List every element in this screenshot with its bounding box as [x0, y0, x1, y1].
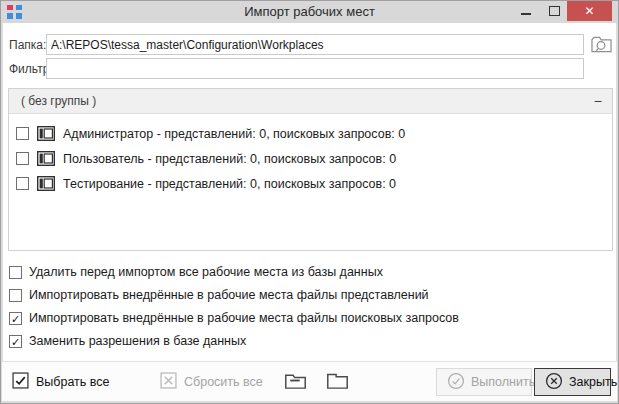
close-window-button[interactable]: ✕ [567, 1, 612, 21]
option-label: Импортировать внедрённые в рабочие места… [29, 288, 429, 302]
minimize-button[interactable] [514, 1, 538, 21]
folder-label: Папка: [9, 38, 46, 52]
option-import-view-files[interactable]: Импортировать внедрённые в рабочие места… [9, 287, 429, 303]
expand-all-groups-button[interactable] [322, 368, 353, 395]
circle-x-icon [545, 372, 563, 393]
workplace-icon [37, 176, 55, 191]
workplace-icon [37, 151, 55, 166]
folder-minus-icon [284, 371, 307, 393]
select-all-button[interactable]: Выбрать все [8, 368, 114, 395]
maximize-button[interactable] [542, 1, 566, 21]
workplace-checkbox[interactable] [16, 177, 29, 190]
workplace-label: Администратор - представлений: 0, поиско… [63, 127, 405, 141]
option-label: Заменить разрешения в базе данных [29, 334, 246, 348]
folder-path-input[interactable] [46, 34, 584, 55]
workplace-icon [37, 126, 55, 141]
select-all-label: Выбрать все [36, 375, 110, 389]
option-checkbox[interactable] [9, 312, 22, 325]
minimize-icon [521, 13, 531, 15]
option-import-search-files[interactable]: Импортировать внедрённые в рабочие места… [9, 310, 459, 326]
list-item[interactable]: Тестирование - представлений: 0, поисков… [9, 171, 612, 196]
group-header-label: ( без группы ) [21, 94, 96, 108]
workplace-group-box: ( без группы ) − Администратор - предста… [8, 88, 613, 251]
workplace-checkbox[interactable] [16, 127, 29, 140]
option-label: Удалить перед импортом все рабочие места… [29, 265, 383, 279]
browse-folder-button[interactable] [589, 35, 614, 58]
close-dialog-button[interactable]: Закрыть [534, 368, 611, 396]
collapse-all-groups-button[interactable] [280, 368, 311, 395]
workplace-checkbox[interactable] [16, 152, 29, 165]
workplace-label: Пользователь - представлений: 0, поисков… [63, 152, 396, 166]
option-label: Импортировать внедрённые в рабочие места… [29, 311, 459, 325]
folder-search-icon [590, 35, 613, 58]
filter-input[interactable] [46, 58, 584, 79]
workplace-list: Администратор - представлений: 0, поиско… [9, 114, 612, 196]
reset-all-button[interactable]: Сбросить все [156, 368, 267, 395]
execute-label: Выполнить [471, 375, 535, 389]
reset-all-label: Сбросить все [184, 375, 263, 389]
list-item[interactable]: Пользователь - представлений: 0, поисков… [9, 146, 612, 171]
bottom-toolbar: Выбрать все Сбросить все [2, 361, 617, 401]
group-header[interactable]: ( без группы ) − [9, 89, 612, 114]
option-checkbox[interactable] [9, 266, 22, 279]
execute-button[interactable]: Выполнить [436, 368, 532, 396]
folder-icon [326, 371, 349, 393]
circle-check-icon [447, 372, 465, 393]
list-item[interactable]: Администратор - представлений: 0, поиско… [9, 121, 612, 146]
import-workplaces-dialog: Импорт рабочих мест ✕ Папка: Фильтр: ( б… [0, 0, 619, 404]
maximize-icon [549, 6, 560, 16]
option-checkbox[interactable] [9, 335, 22, 348]
option-delete-before-import[interactable]: Удалить перед импортом все рабочие места… [9, 264, 383, 280]
close-dialog-label: Закрыть [569, 375, 617, 389]
option-replace-permissions[interactable]: Заменить разрешения в базе данных [9, 333, 246, 349]
option-checkbox[interactable] [9, 289, 22, 302]
collapse-group-icon[interactable]: − [594, 94, 602, 108]
titlebar[interactable]: Импорт рабочих мест ✕ [1, 1, 618, 23]
checkbox-check-icon [12, 372, 29, 392]
checkbox-x-icon [160, 372, 177, 392]
workplace-label: Тестирование - представлений: 0, поисков… [63, 177, 396, 191]
